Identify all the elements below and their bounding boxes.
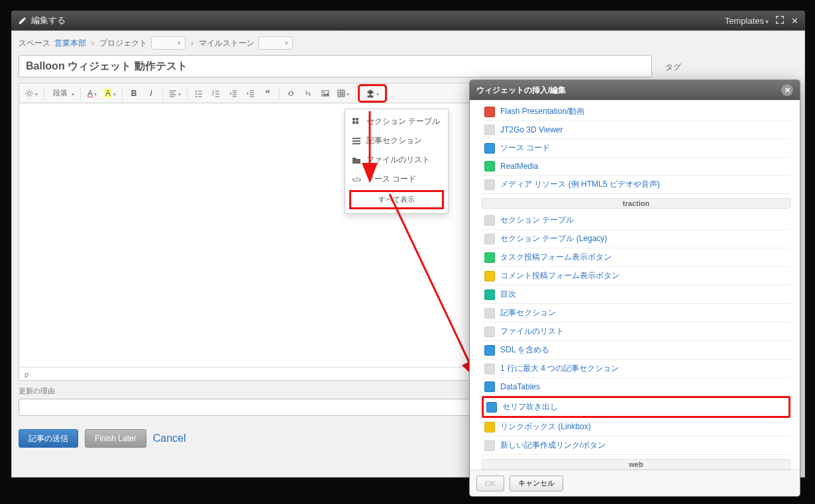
widget-icon — [484, 107, 495, 117]
widget-item[interactable]: Flash Presentation/動画 — [482, 103, 790, 121]
widget-icon — [484, 308, 495, 319]
widget-label: ソース コード — [500, 142, 550, 154]
svg-rect-9 — [353, 118, 355, 121]
widget-icon — [484, 345, 495, 356]
close-icon[interactable]: ✕ — [791, 16, 798, 26]
number-list-button[interactable]: 12 — [208, 85, 224, 101]
widget-label: リンクボックス (Linkbox) — [500, 421, 591, 432]
format-select[interactable]: 段落 — [48, 85, 77, 101]
menu-item-label: ファイルのリスト — [366, 154, 430, 166]
plugin-menu: セクション テーブル記事セクションファイルのリスト</>ソース コードすべて表示 — [345, 109, 449, 214]
align-left-button[interactable] — [166, 85, 184, 101]
breadcrumb-space-link[interactable]: 営業本部 — [54, 38, 86, 49]
svg-rect-10 — [356, 118, 358, 121]
bullet-list-button[interactable] — [191, 85, 207, 101]
dialog-header[interactable]: ウィジェットの挿入/編集 ✕ — [470, 80, 800, 100]
widget-group-header: traction — [482, 198, 790, 209]
table-button[interactable] — [335, 85, 352, 101]
widget-icon — [484, 327, 495, 337]
settings-button[interactable] — [22, 85, 40, 101]
widget-item[interactable]: リンクボックス (Linkbox) — [482, 418, 790, 436]
image-button[interactable] — [317, 85, 333, 101]
widget-item[interactable]: セクション テーブル — [482, 211, 790, 230]
widget-icon — [484, 271, 495, 281]
widget-label: 新しい記事作成リンク/ボタン — [500, 440, 606, 451]
project-select[interactable] — [151, 36, 186, 50]
dialog-close-button[interactable]: ✕ — [781, 84, 793, 96]
widget-item[interactable]: SDL を含める — [482, 341, 790, 360]
svg-point-0 — [27, 91, 30, 95]
widget-item[interactable]: RealMedia — [482, 158, 790, 176]
plugin-menu-item[interactable]: </>ソース コード — [345, 170, 448, 189]
breadcrumb-project-label: プロジェクト — [99, 38, 147, 49]
ok-button[interactable]: OK — [476, 476, 504, 491]
widget-item[interactable]: 1 行に最大 4 つの記事セクション — [482, 360, 790, 378]
svg-rect-12 — [356, 121, 358, 124]
widget-item[interactable]: 目次 — [482, 285, 790, 304]
widget-item[interactable]: DataTables — [482, 378, 790, 396]
dialog-body[interactable]: Flash Presentation/動画JT2Go 3D Viewerソース … — [470, 100, 800, 470]
plugin-button[interactable] — [359, 85, 386, 101]
widget-label: セクション テーブル (Legacy) — [500, 233, 607, 244]
widget-item[interactable]: セクション テーブル (Legacy) — [482, 230, 790, 248]
widget-group-header: web — [482, 459, 790, 470]
widget-item[interactable]: JT2Go 3D Viewer — [482, 121, 790, 139]
widget-icon — [484, 234, 495, 244]
breadcrumb-sep — [90, 38, 95, 48]
svg-text:2: 2 — [212, 92, 214, 96]
widget-icon — [484, 364, 495, 374]
cancel-button[interactable]: キャンセル — [510, 476, 563, 491]
widget-label: 記事セクション — [500, 307, 556, 319]
breadcrumb-space-label: スペース — [19, 38, 50, 49]
widget-label: メディア リソース (例 HTML5 ビデオや音声) — [500, 179, 660, 190]
editor-path[interactable]: p — [25, 370, 28, 378]
finish-later-button[interactable]: Finish Later — [85, 429, 146, 448]
code-icon: </> — [352, 175, 361, 184]
dialog-footer: OK キャンセル — [470, 470, 800, 496]
widget-item[interactable]: メディア リソース (例 HTML5 ビデオや音声) — [482, 176, 790, 194]
plugin-menu-item[interactable]: セクション テーブル — [345, 112, 448, 131]
folder-icon — [352, 156, 361, 165]
plugin-menu-item[interactable]: 記事セクション — [345, 131, 448, 150]
expand-icon[interactable] — [775, 15, 785, 26]
widget-item[interactable]: セリフ吹き出し — [482, 396, 790, 418]
grid-icon — [352, 117, 361, 126]
widget-icon — [484, 381, 495, 392]
svg-point-3 — [195, 96, 197, 97]
bg-color-button[interactable]: A — [101, 85, 119, 101]
breadcrumb: スペース 営業本部 プロジェクト マイルストーン — [12, 31, 804, 55]
unlink-button[interactable] — [300, 85, 316, 101]
svg-point-2 — [195, 93, 197, 95]
widget-item[interactable]: ソース コード — [482, 139, 790, 158]
widget-item[interactable]: コメント投稿フォーム表示ボタン — [482, 267, 790, 285]
menu-item-label: ソース コード — [366, 174, 416, 185]
widget-icon — [484, 179, 495, 190]
widget-item[interactable]: ファイルのリスト — [482, 323, 790, 341]
title-input[interactable] — [19, 55, 652, 77]
widget-item[interactable]: 記事セクション — [482, 304, 790, 323]
italic-button[interactable]: I — [143, 85, 159, 101]
widget-item[interactable]: タスク投稿フォーム表示ボタン — [482, 248, 790, 267]
bold-button[interactable]: B — [126, 85, 142, 101]
submit-button[interactable]: 記事の送信 — [19, 429, 78, 448]
svg-point-1 — [195, 91, 197, 92]
outdent-button[interactable] — [225, 85, 241, 101]
widget-dialog: ウィジェットの挿入/編集 ✕ Flash Presentation/動画JT2G… — [469, 79, 800, 497]
plugin-menu-item[interactable]: ファイルのリスト — [345, 150, 448, 170]
widget-icon — [484, 440, 495, 451]
show-all-button[interactable]: すべて表示 — [349, 190, 444, 209]
cancel-link[interactable]: Cancel — [153, 432, 186, 444]
widget-label: セリフ吹き出し — [502, 401, 558, 413]
blockquote-button[interactable]: “ — [260, 85, 276, 101]
milestone-select[interactable] — [258, 36, 293, 50]
indent-button[interactable] — [243, 85, 258, 101]
widget-label: タスク投稿フォーム表示ボタン — [500, 252, 612, 263]
svg-rect-11 — [353, 121, 355, 124]
text-color-button[interactable]: A — [84, 85, 100, 101]
widget-icon — [484, 252, 495, 263]
link-button[interactable] — [283, 85, 299, 101]
breadcrumb-sep — [190, 38, 195, 48]
widget-item[interactable]: 新しい記事作成リンク/ボタン — [482, 436, 790, 455]
templates-dropdown[interactable]: Templates — [725, 16, 769, 26]
menu-item-label: 記事セクション — [366, 135, 422, 146]
